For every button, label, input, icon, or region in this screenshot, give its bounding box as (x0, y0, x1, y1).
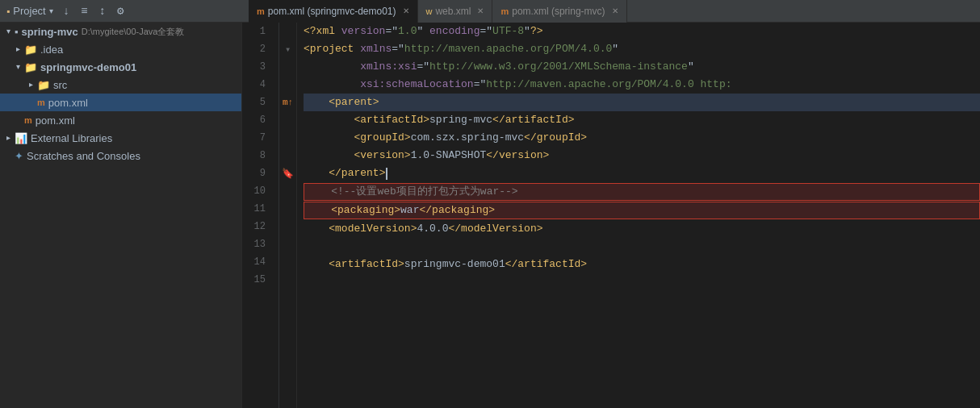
code-line-12: <modelVersion>4.0.0</modelVersion> (304, 220, 980, 238)
structure-icon[interactable]: ≡ (77, 3, 90, 19)
tab-icon-3: m (500, 6, 509, 16)
tab-close-1[interactable]: ✕ (403, 6, 409, 15)
toolbar-icons: ↓ ≡ ↕ ⚙ (60, 2, 128, 19)
code-line-5: <parent> (304, 94, 980, 111)
sidebar-item-idea[interactable]: ▸ 📁 .idea (0, 40, 241, 58)
spring-mvc-name: spring-mvc (22, 26, 78, 38)
code-line-4: xsi:schemaLocation="http://maven.apache.… (304, 76, 980, 94)
line-num-9: 9 (242, 164, 272, 182)
tab-label-1: pom.xml (springmvc-demo01) (268, 6, 396, 17)
arrow-demo01: ▾ (13, 62, 23, 72)
project-label: ▪ Project ▾ (6, 5, 53, 17)
line-num-10: 10 (242, 182, 272, 200)
code-line-14: <artifactId>springmvc-demo01</artifactId… (304, 256, 980, 273)
gutter-9: 🔖 (279, 164, 296, 182)
pom-root-name: pom.xml (36, 114, 75, 127)
line-numbers: 1 2 3 4 5 6 7 8 9 10 11 12 13 14 15 (242, 23, 279, 408)
tab-close-2[interactable]: ✕ (477, 6, 484, 15)
code-line-2: <project xmlns="http://maven.apache.org/… (304, 40, 980, 58)
line-num-1: 1 (242, 23, 272, 40)
code-line-10: <!--设置web项目的打包方式为war--> (304, 183, 980, 201)
sidebar-item-spring-mvc[interactable]: ▾ ▪ spring-mvc D:\mygitee\00-Java全套教 (0, 23, 241, 40)
tab-close-3[interactable]: ✕ (612, 6, 618, 15)
arrow-scratches (3, 151, 13, 160)
expand-icon[interactable]: ↕ (96, 3, 109, 19)
line-num-8: 8 (242, 147, 272, 164)
gutter-4 (279, 76, 296, 94)
folder-icon-idea: 📁 (24, 44, 37, 56)
src-name: src (53, 79, 67, 91)
gutter-5: m↑ (279, 94, 296, 111)
sidebar-item-pom-demo01[interactable]: m pom.xml (0, 94, 241, 111)
line-num-4: 4 (242, 76, 272, 94)
line-num-11: 11 (242, 200, 272, 218)
tab-label-2: web.xml (435, 6, 471, 17)
line-num-12: 12 (242, 218, 272, 235)
editor-panel: 1 2 3 4 5 6 7 8 9 10 11 12 13 14 15 ▾ (242, 23, 980, 408)
code-area[interactable]: <?xml version="1.0" encoding="UTF-8"?> <… (297, 23, 980, 408)
arrow-pom-demo01 (26, 98, 36, 107)
sync-icon[interactable]: ↓ (60, 3, 73, 19)
tab-icon-1: m (257, 6, 265, 16)
line-num-2: 2 (242, 40, 272, 58)
line-num-6: 6 (242, 111, 272, 129)
tab-label-3: pom.xml (spring-mvc) (512, 6, 605, 17)
ext-libs-name: External Libraries (31, 132, 112, 144)
code-line-8: <version>1.0-SNAPSHOT</version> (304, 147, 980, 164)
arrow-ext-libs: ▸ (3, 133, 13, 143)
gutter-12 (279, 218, 296, 235)
tab-bar: m pom.xml (springmvc-demo01) ✕ w web.xml… (249, 0, 974, 23)
code-line-15 (304, 273, 980, 291)
sidebar-item-pom-root[interactable]: m pom.xml (0, 111, 241, 129)
line-num-3: 3 (242, 58, 272, 76)
xml-icon-pom-root: m (24, 115, 32, 125)
pom-demo01-name: pom.xml (48, 97, 88, 109)
sidebar-item-scratches[interactable]: ✦ Scratches and Consoles (0, 147, 241, 164)
code-line-6: <artifactId>spring-mvc</artifactId> (304, 111, 980, 129)
code-line-9: </parent> (304, 164, 980, 182)
line-num-7: 7 (242, 129, 272, 147)
line-num-5: 5 (242, 94, 272, 111)
project-icon: ▪ (15, 26, 19, 38)
arrow-spring-mvc: ▾ (3, 27, 13, 36)
code-line-1: <?xml version="1.0" encoding="UTF-8"?> (304, 23, 980, 40)
tab-web-xml[interactable]: w web.xml ✕ (418, 0, 493, 23)
gutter-6 (279, 111, 296, 129)
gutter-14 (279, 253, 296, 271)
tab-pom-springmvc[interactable]: m pom.xml (spring-mvc) ✕ (492, 0, 626, 23)
project-sidebar: ▾ ▪ spring-mvc D:\mygitee\00-Java全套教 ▸ 📁… (0, 23, 242, 408)
sidebar-item-springmvc-demo01[interactable]: ▾ 📁 springmvc-demo01 (0, 58, 241, 76)
demo01-name: springmvc-demo01 (40, 61, 136, 73)
sidebar-item-src[interactable]: ▸ 📁 src (0, 76, 241, 94)
tab-pom-demo01[interactable]: m pom.xml (springmvc-demo01) ✕ (249, 0, 418, 23)
gutter-10 (279, 182, 296, 200)
arrow-src: ▸ (26, 80, 36, 90)
gutter-2: ▾ (279, 40, 296, 58)
settings-icon[interactable]: ⚙ (114, 2, 127, 19)
code-line-7: <groupId>com.szx.spring-mvc</groupId> (304, 129, 980, 147)
code-line-11: <packaging>war</packaging> (304, 202, 980, 219)
scratch-icon: ✦ (15, 150, 23, 162)
spring-mvc-path: D:\mygitee\00-Java全套教 (82, 26, 185, 38)
xml-icon-pom-demo01: m (37, 98, 45, 107)
line-num-15: 15 (242, 271, 272, 289)
sidebar-header: ▪ Project ▾ ↓ ≡ ↕ ⚙ (6, 2, 249, 19)
gutter-m-icon: m↑ (283, 98, 293, 107)
line-num-13: 13 (242, 235, 272, 253)
sidebar-item-external-libs[interactable]: ▸ 📊 External Libraries (0, 129, 241, 147)
idea-name: .idea (40, 44, 63, 56)
gutter-7 (279, 129, 296, 147)
editor-content: 1 2 3 4 5 6 7 8 9 10 11 12 13 14 15 ▾ (242, 23, 980, 408)
folder-icon-src: 📁 (37, 79, 50, 91)
arrow-idea: ▸ (13, 44, 23, 54)
arrow-pom-root (13, 115, 23, 125)
scratches-name: Scratches and Consoles (27, 150, 140, 162)
line-num-14: 14 (242, 253, 272, 271)
gutter-area: ▾ m↑ 🔖 (279, 23, 297, 408)
ext-lib-icon: 📊 (15, 132, 27, 144)
gutter-15 (279, 271, 296, 289)
tab-icon-2: w (426, 6, 433, 16)
gutter-11 (279, 200, 296, 218)
code-line-13 (304, 238, 980, 256)
gutter-8 (279, 147, 296, 164)
